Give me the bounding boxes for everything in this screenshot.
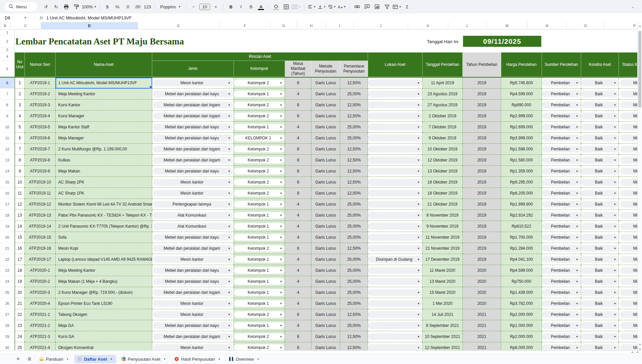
- more-formats-button[interactable]: 123: [143, 2, 152, 11]
- cell-nomor-seri[interactable]: ATP2019-17: [25, 254, 56, 265]
- sumber-dropdown[interactable]: Pembelian▼: [542, 179, 581, 186]
- kondisi-dropdown[interactable]: Baik▼: [581, 201, 619, 208]
- cell-tahun-pembelian[interactable]: 2019: [463, 188, 501, 199]
- kelompok-dropdown[interactable]: KELOMPOK 1▼: [234, 135, 285, 141]
- status-dropdown[interactable]: Milik Perusahaan▼: [620, 278, 637, 285]
- cell-masa-manfaat[interactable]: 8: [285, 243, 311, 254]
- header-jenis[interactable]: Jenis: [152, 61, 234, 77]
- cell-tahun-pembelian[interactable]: 2019: [463, 144, 501, 155]
- row-header[interactable]: 12: [0, 144, 15, 155]
- lokasi-dropdown[interactable]: ▼: [368, 157, 422, 163]
- cell-nama-aset[interactable]: AC Sharp 1PK: [56, 188, 152, 199]
- cell-jenis[interactable]: Mebel dan peralatan dari logam▼: [152, 100, 234, 111]
- cell-kondisi[interactable]: Baik▼: [581, 133, 619, 144]
- tab-menu-icon[interactable]: ▼: [163, 358, 166, 361]
- cell-metode[interactable]: Garis Lurus: [311, 298, 340, 309]
- cell-tanggal-perolehan[interactable]: 9 November 2019: [423, 221, 463, 232]
- scroll-right-icon[interactable]: ►: [637, 351, 639, 354]
- sumber-dropdown[interactable]: Pembelian▼: [542, 146, 581, 152]
- cell-lokasi[interactable]: ▼: [368, 309, 423, 320]
- cell-jenis[interactable]: Mesin kantor▼: [152, 342, 234, 350]
- cell-nama-aset[interactable]: Kulkas: [56, 155, 152, 166]
- cell-lokasi[interactable]: ▼: [368, 89, 423, 100]
- sumber-dropdown[interactable]: Pembelian▼: [542, 245, 581, 252]
- cell-tahun-pembelian[interactable]: 2019: [463, 89, 501, 100]
- cell-masa-manfaat[interactable]: 8: [285, 309, 311, 320]
- cell-nomor-seri[interactable]: ATP2020-3: [25, 287, 56, 298]
- cell-nama-aset[interactable]: Meja Meeting Kantor: [56, 89, 152, 100]
- cell-no[interactable]: 15: [15, 232, 25, 243]
- cell-harga-perolehan[interactable]: Rp6.000.000: [501, 342, 542, 350]
- cell-tahun-pembelian[interactable]: 2019: [463, 199, 501, 210]
- sumber-dropdown[interactable]: Pembelian▼: [542, 212, 581, 219]
- row-header[interactable]: 8: [0, 100, 15, 111]
- cell-persentase[interactable]: 25,00%: [340, 199, 368, 210]
- cell-jenis[interactable]: Mebel dan peralatan dari logam▼: [152, 155, 234, 166]
- cell-tahun-pembelian[interactable]: 2021: [463, 309, 501, 320]
- cell-kondisi[interactable]: Baik▼: [581, 100, 619, 111]
- sumber-dropdown[interactable]: Pembelian▼: [542, 344, 581, 350]
- sumber-dropdown[interactable]: Pembelian▼: [542, 333, 581, 340]
- cell-lokasi[interactable]: ▼: [368, 122, 423, 133]
- cell-metode[interactable]: Garis Lurus: [311, 111, 340, 122]
- italic-button[interactable]: I: [237, 2, 245, 11]
- tab-menu-icon[interactable]: ▼: [257, 358, 260, 361]
- cell-kelompok[interactable]: Kelompok 2▼: [234, 100, 285, 111]
- kondisi-dropdown[interactable]: Baik▼: [581, 267, 619, 274]
- date-label[interactable]: Tanggal Hari Ini: [368, 36, 458, 47]
- cell-tanggal-perolehan[interactable]: 11 Maret 2020: [423, 265, 463, 276]
- cell-tanggal-perolehan[interactable]: 13 Maret 2020: [423, 276, 463, 287]
- cell-lokasi[interactable]: ▼: [368, 144, 423, 155]
- cell-jenis[interactable]: Mebel dan peralatan dari kayu▼: [152, 166, 234, 177]
- lokasi-dropdown[interactable]: ▼: [368, 135, 422, 141]
- cell-kelompok[interactable]: Kelompok 1▼: [234, 122, 285, 133]
- cell-nama-aset[interactable]: 1 Unit AC Mitsubishi, Model MS/MUHP13VF: [56, 78, 152, 89]
- cell-tanggal-perolehan[interactable]: 12 Oktober 2019: [423, 155, 463, 166]
- cell-sumber[interactable]: Pembelian▼: [542, 155, 581, 166]
- cell-status[interactable]: Milik Perusahaan▼: [619, 287, 637, 298]
- jenis-dropdown[interactable]: Mebel dan peralatan dari kayu▼: [153, 322, 233, 329]
- cell-sumber[interactable]: Pembelian▼: [542, 287, 581, 298]
- cell-kelompok[interactable]: Kelompok 2▼: [234, 144, 285, 155]
- kelompok-dropdown[interactable]: Kelompok 2▼: [234, 146, 285, 152]
- cell-sumber[interactable]: Pembelian▼: [542, 100, 581, 111]
- cell-nama-aset[interactable]: AC Sharp 2PK: [56, 177, 152, 188]
- create-filter-button[interactable]: [383, 2, 391, 11]
- cell-nomor-seri[interactable]: ATP2019-10: [25, 177, 56, 188]
- tab-menu-icon[interactable]: ▼: [66, 358, 69, 361]
- cell-kelompok[interactable]: Kelompok 1▼: [234, 320, 285, 331]
- cell-nomor-seri[interactable]: ATP2019-3: [25, 100, 56, 111]
- increase-decimal-button[interactable]: .00: [133, 2, 142, 11]
- cell-kelompok[interactable]: Kelompok 2▼: [234, 188, 285, 199]
- column-header-F[interactable]: F: [219, 22, 271, 29]
- decrease-font-size-button[interactable]: −: [189, 2, 198, 11]
- cell-jenis[interactable]: Mebel dan peralatan dari kayu▼: [152, 320, 234, 331]
- kondisi-dropdown[interactable]: Baik▼: [581, 212, 619, 219]
- row-header[interactable]: 22: [0, 254, 15, 265]
- status-dropdown[interactable]: Milik Perusahaan▼: [620, 124, 637, 130]
- status-dropdown[interactable]: Milik Perusahaan▼: [620, 80, 637, 86]
- cell-no[interactable]: 4: [15, 111, 25, 122]
- status-dropdown[interactable]: Milik Perusahaan▼: [620, 256, 637, 263]
- kelompok-dropdown[interactable]: Kelompok 1▼: [234, 289, 285, 296]
- cell-masa-manfaat[interactable]: 8: [285, 100, 311, 111]
- cell-tanggal-perolehan[interactable]: 2 Oktober 2019: [423, 111, 463, 122]
- kelompok-dropdown[interactable]: Kelompok 1▼: [234, 267, 285, 274]
- status-dropdown[interactable]: Milik Perusahaan▼: [620, 245, 637, 252]
- cell-nama-aset[interactable]: Pabx/ Pbx Panasonic KX - TES824 + Telepo…: [56, 210, 152, 221]
- cell-sumber[interactable]: Pembelian▼: [542, 89, 581, 100]
- cell-metode[interactable]: Garis Lurus: [311, 320, 340, 331]
- lokasi-dropdown[interactable]: ▼: [368, 102, 422, 108]
- cell-tahun-pembelian[interactable]: 2019: [463, 100, 501, 111]
- cell-kelompok[interactable]: Kelompok 1▼: [234, 287, 285, 298]
- kondisi-dropdown[interactable]: Baik▼: [581, 135, 619, 141]
- cell-status[interactable]: Milik Perusahaan▼: [619, 177, 637, 188]
- column-header-H[interactable]: H: [297, 22, 326, 29]
- cell-jenis[interactable]: Mebel dan peralatan dari kayu▼: [152, 133, 234, 144]
- cell-tanggal-perolehan[interactable]: 11 April 2019: [423, 78, 463, 89]
- cell-lokasi[interactable]: ▼: [368, 210, 423, 221]
- cell-jenis[interactable]: Mebel dan peralatan dari logam▼: [152, 144, 234, 155]
- cell-kelompok[interactable]: Kelompok 1▼: [234, 254, 285, 265]
- cell-tanggal-perolehan[interactable]: 27 Agustus 2019: [423, 100, 463, 111]
- kondisi-dropdown[interactable]: Baik▼: [581, 80, 619, 86]
